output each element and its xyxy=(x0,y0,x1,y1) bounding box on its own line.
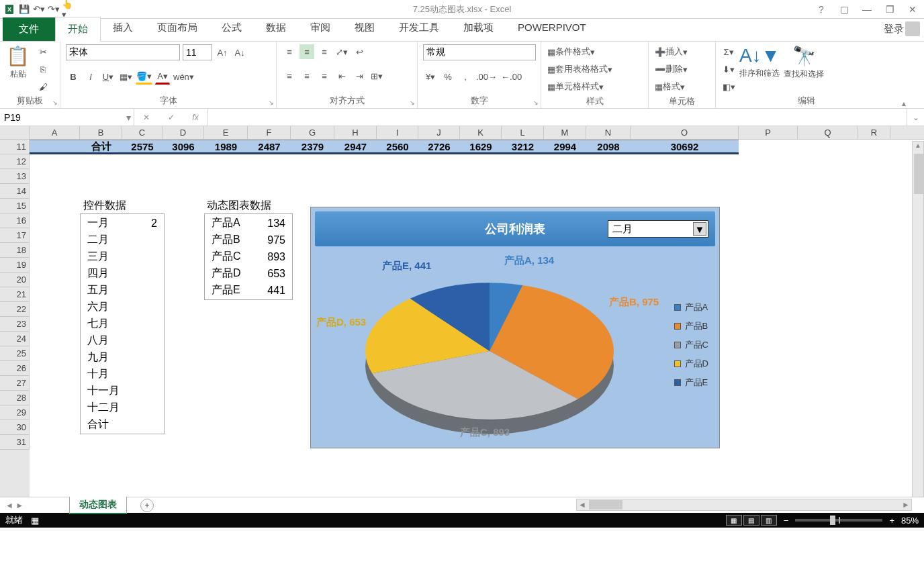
cut-icon[interactable]: ✂ xyxy=(36,44,50,59)
font-size-select[interactable] xyxy=(183,44,212,60)
tab-公式[interactable]: 公式 xyxy=(210,16,254,41)
row-header-30[interactable]: 30 xyxy=(0,420,30,435)
sheet-nav[interactable]: ◄ ► xyxy=(0,501,29,510)
col-header-P[interactable]: P xyxy=(739,126,798,139)
enter-icon[interactable]: ✓ xyxy=(168,113,175,122)
close-button[interactable]: ✕ xyxy=(901,0,924,19)
avatar-icon[interactable] xyxy=(905,21,920,36)
maximize-button[interactable]: ❐ xyxy=(878,0,901,19)
fill-color-button[interactable]: 🪣▾ xyxy=(136,70,152,85)
col-header-B[interactable]: B xyxy=(80,126,122,139)
month-dropdown[interactable]: 二月 ▼ xyxy=(608,220,708,238)
align-center-icon[interactable]: ≡ xyxy=(299,69,314,84)
row-header-17[interactable]: 17 xyxy=(0,228,30,243)
format-cells-button[interactable]: ▦ 格式 ▾ xyxy=(654,79,714,94)
sort-filter-button[interactable]: A↓▼排序和筛选 xyxy=(739,44,780,80)
ribbon-display-button[interactable]: ▢ xyxy=(833,0,856,19)
cells-area[interactable]: 合计25753096198924872379294725602726162932… xyxy=(30,140,924,497)
cancel-icon[interactable]: ✕ xyxy=(143,113,150,122)
clear-icon[interactable]: ◧▾ xyxy=(721,79,736,94)
login-link[interactable]: 登录 xyxy=(884,23,904,36)
row-header-11[interactable]: 11 xyxy=(0,140,30,154)
dialog-launcher-icon[interactable]: ↘ xyxy=(52,99,58,106)
tab-视图[interactable]: 视图 xyxy=(342,16,387,41)
insert-cells-button[interactable]: ➕ 插入 ▾ xyxy=(654,44,714,59)
copy-icon[interactable]: ⎘ xyxy=(36,62,50,77)
scroll-thumb[interactable] xyxy=(914,154,923,194)
undo-icon[interactable]: ↶▾ xyxy=(32,3,46,16)
col-header-I[interactable]: I xyxy=(377,126,418,139)
ribbon-collapse-icon[interactable]: ▴ xyxy=(897,42,911,108)
name-box[interactable]: P19▾ xyxy=(0,109,134,126)
select-all-corner[interactable] xyxy=(0,126,30,139)
horizontal-scrollbar[interactable]: ◄ ► xyxy=(576,499,912,511)
scroll-right-icon[interactable]: ► xyxy=(900,500,911,509)
row-header-20[interactable]: 20 xyxy=(0,273,30,287)
tab-加载项[interactable]: 加载项 xyxy=(451,16,506,41)
indent-increase-icon[interactable]: ⇥ xyxy=(352,69,367,84)
decrease-decimal-icon[interactable]: ←.00 xyxy=(500,70,522,85)
row-header-25[interactable]: 25 xyxy=(0,346,30,361)
col-header-J[interactable]: J xyxy=(418,126,460,139)
fx-icon[interactable]: fx xyxy=(192,113,198,122)
row-header-14[interactable]: 14 xyxy=(0,184,30,199)
number-format-select[interactable] xyxy=(423,44,536,60)
col-header-F[interactable]: F xyxy=(248,126,291,139)
row-header-13[interactable]: 13 xyxy=(0,169,30,184)
merge-cells-icon[interactable]: ⊞▾ xyxy=(369,69,384,84)
tab-POWERPIVOT[interactable]: POWERPIVOT xyxy=(506,16,598,41)
col-header-C[interactable]: C xyxy=(122,126,163,139)
increase-font-icon[interactable]: A↑ xyxy=(215,45,230,60)
hscroll-thumb[interactable] xyxy=(589,500,622,509)
format-painter-icon[interactable]: 🖌 xyxy=(36,79,50,94)
align-left-icon[interactable]: ≡ xyxy=(282,69,297,84)
tab-数据[interactable]: 数据 xyxy=(254,16,298,41)
tab-开发工具[interactable]: 开发工具 xyxy=(387,16,451,41)
col-header-A[interactable]: A xyxy=(30,126,80,139)
dialog-launcher-icon[interactable]: ↘ xyxy=(410,99,415,106)
bold-button[interactable]: B xyxy=(66,70,81,85)
font-name-select[interactable] xyxy=(66,44,180,60)
orientation-icon[interactable]: ⤢▾ xyxy=(334,44,349,59)
save-icon[interactable]: 💾 xyxy=(17,3,31,16)
wrap-text-icon[interactable]: ↩ xyxy=(352,44,367,59)
worksheet-grid[interactable]: 1112131415161718192021222324252627282930… xyxy=(0,140,924,497)
help-button[interactable]: ? xyxy=(810,0,833,19)
add-sheet-button[interactable]: + xyxy=(140,499,154,512)
scroll-up-icon[interactable]: ▲ xyxy=(913,142,923,152)
row-header-24[interactable]: 24 xyxy=(0,332,30,346)
align-right-icon[interactable]: ≡ xyxy=(317,69,332,84)
vertical-scrollbar[interactable]: ▲ ▼ xyxy=(912,141,924,509)
col-header-O[interactable]: O xyxy=(631,126,739,139)
row-header-16[interactable]: 16 xyxy=(0,213,30,228)
touch-mode-icon[interactable]: 👆▾ xyxy=(62,3,75,16)
tab-审阅[interactable]: 审阅 xyxy=(298,16,342,41)
align-bottom-icon[interactable]: ≡ xyxy=(317,44,332,59)
zoom-level[interactable]: 85% xyxy=(901,516,919,526)
tab-页面布局[interactable]: 页面布局 xyxy=(145,16,210,41)
col-header-K[interactable]: K xyxy=(460,126,502,139)
redo-icon[interactable]: ↷▾ xyxy=(47,3,60,16)
row-header-18[interactable]: 18 xyxy=(0,243,30,258)
delete-cells-button[interactable]: ➖ 删除 ▾ xyxy=(654,62,714,77)
row-header-31[interactable]: 31 xyxy=(0,435,30,450)
italic-button[interactable]: I xyxy=(83,70,98,85)
row-header-27[interactable]: 27 xyxy=(0,376,30,391)
decrease-font-icon[interactable]: A↓ xyxy=(232,45,247,60)
col-header-H[interactable]: H xyxy=(334,126,377,139)
conditional-format-button[interactable]: ▦ 条件格式 ▾ xyxy=(547,44,647,59)
percent-icon[interactable]: % xyxy=(441,70,455,85)
tab-开始[interactable]: 开始 xyxy=(55,17,101,42)
zoom-slider[interactable] xyxy=(795,519,882,522)
align-top-icon[interactable]: ≡ xyxy=(282,44,297,59)
comma-icon[interactable]: , xyxy=(458,70,473,85)
phonetic-button[interactable]: wén▾ xyxy=(173,70,195,85)
zoom-in-icon[interactable]: + xyxy=(889,516,894,526)
minimize-button[interactable]: — xyxy=(856,0,878,19)
chart-object[interactable]: 公司利润表 二月 ▼ xyxy=(310,207,720,448)
col-header-L[interactable]: L xyxy=(502,126,544,139)
row-header-23[interactable]: 23 xyxy=(0,317,30,332)
col-header-D[interactable]: D xyxy=(163,126,204,139)
col-header-Q[interactable]: Q xyxy=(798,126,858,139)
col-header-M[interactable]: M xyxy=(544,126,586,139)
